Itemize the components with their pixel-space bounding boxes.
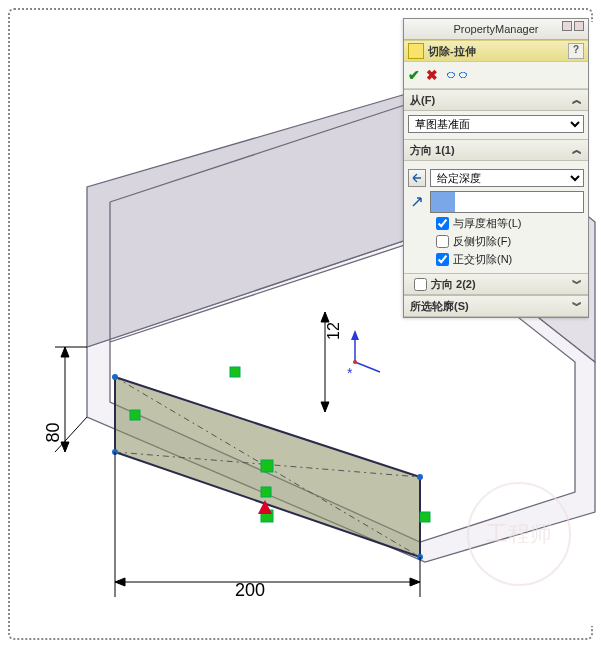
dimension-height: 80 [43,422,64,442]
ok-button[interactable]: ✔ [408,67,420,83]
cut-extrude-icon [408,43,424,59]
svg-rect-17 [130,410,140,420]
section-dir2-header[interactable]: 方向 2(2) ︾ [404,273,588,295]
svg-rect-16 [230,367,240,377]
link-thickness-row[interactable]: 与厚度相等(L) [436,216,584,231]
flip-side-checkbox[interactable] [436,235,449,248]
direction-arrow-icon [408,193,426,211]
svg-marker-25 [410,578,420,586]
svg-point-10 [112,374,118,380]
link-thickness-checkbox[interactable] [436,217,449,230]
svg-text:*: * [347,365,353,381]
depth-field[interactable] [430,191,584,213]
property-manager-panel: PropertyManager 切除-拉伸 ? ✔ ✖ ၀၀ 从(F) ︽ 草图… [403,18,589,318]
chevron-up-icon: ︽ [572,143,582,157]
pm-pin-buttons[interactable] [562,21,584,31]
depth-input[interactable] [455,192,583,212]
normal-cut-row[interactable]: 正交切除(N) [436,252,584,267]
depth-selection-highlight [431,192,455,212]
dimension-width: 200 [235,580,265,601]
section-dir1-body: 给定深度 与厚度相等(L) 反侧切除(F) 正交切除(N) [404,161,588,273]
svg-rect-19 [261,487,271,497]
cancel-button[interactable]: ✖ [426,67,438,83]
from-plane-select[interactable]: 草图基准面 [408,115,584,133]
section-dir1-label: 方向 1(1) [410,143,455,158]
pm-title-text: PropertyManager [454,23,539,35]
svg-rect-14 [261,460,273,472]
flip-side-label: 反侧切除(F) [453,234,511,249]
section-from-label: 从(F) [410,93,435,108]
svg-rect-18 [420,512,430,522]
chevron-up-icon: ︽ [572,93,582,107]
section-contours-label: 所选轮廓(S) [410,299,469,314]
end-condition-select[interactable]: 给定深度 [430,169,584,187]
chevron-down-icon: ︾ [572,299,582,313]
flip-side-row[interactable]: 反侧切除(F) [436,234,584,249]
svg-marker-24 [115,578,125,586]
svg-point-11 [417,474,423,480]
preview-button[interactable]: ၀၀ [444,67,468,83]
normal-cut-checkbox[interactable] [436,253,449,266]
reverse-direction-button[interactable] [408,169,426,187]
section-contours-header[interactable]: 所选轮廓(S) ︾ [404,295,588,317]
section-from-header[interactable]: 从(F) ︽ [404,89,588,111]
feature-name: 切除-拉伸 [428,44,476,59]
dir2-enable-checkbox[interactable] [414,278,427,291]
section-dir1-header[interactable]: 方向 1(1) ︽ [404,139,588,161]
normal-cut-label: 正交切除(N) [453,252,512,267]
help-button[interactable]: ? [568,43,584,59]
pm-title-bar: PropertyManager [404,19,588,40]
svg-marker-30 [61,442,69,452]
chevron-down-icon: ︾ [572,277,582,291]
svg-marker-29 [61,347,69,357]
dimension-offset: 12 [325,322,343,340]
section-dir2-label: 方向 2(2) [431,277,476,292]
feature-header: 切除-拉伸 ? [404,40,588,62]
link-thickness-label: 与厚度相等(L) [453,216,521,231]
watermark: 工程师 [467,482,571,586]
section-from-body: 草图基准面 [404,111,588,139]
svg-point-37 [353,360,357,364]
confirm-row: ✔ ✖ ၀၀ [404,62,588,89]
